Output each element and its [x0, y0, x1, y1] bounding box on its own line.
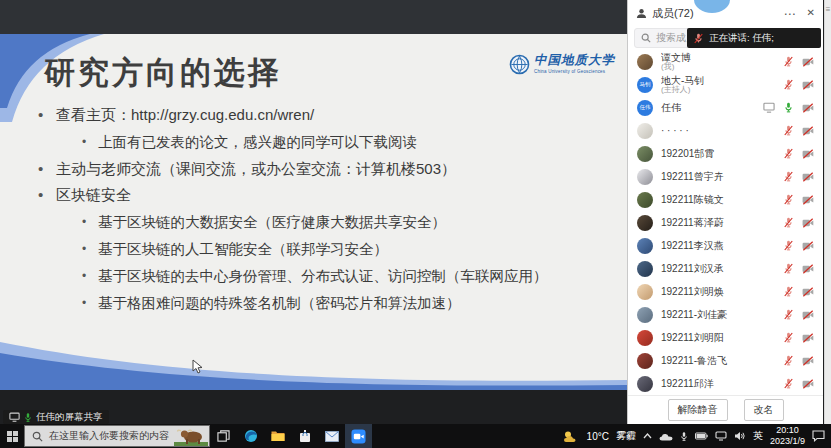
windows-start-icon[interactable] — [0, 424, 24, 448]
avatar — [637, 376, 653, 392]
slide-bullet: • 查看主页：http://grzy.cug.edu.cn/wren/ — [38, 102, 613, 129]
member-status-icons — [784, 332, 814, 343]
weather-icon[interactable] — [563, 430, 580, 443]
mail-icon[interactable] — [318, 424, 345, 448]
member-row[interactable]: 任伟 任伟 — [628, 96, 823, 119]
member-name: 192211刘明焕 — [661, 286, 724, 297]
member-name: 地大-马钊 — [661, 75, 704, 86]
member-role: (主持人) — [661, 86, 784, 95]
muted-mic-icon — [784, 148, 793, 159]
camera-off-icon — [802, 172, 814, 182]
member-status-icons — [784, 56, 814, 67]
onedrive-icon[interactable] — [659, 432, 673, 441]
docked-panel-edge[interactable]: ≡ — [824, 0, 831, 424]
slide-bullet: • 上面有已发表的论文，感兴趣的同学可以下载阅读 — [38, 129, 613, 156]
share-banner-label: 任伟的屏幕共享 — [36, 411, 103, 424]
member-status-icons — [784, 194, 814, 205]
muted-mic-icon — [784, 171, 793, 182]
slide-bottom-wave — [0, 332, 627, 390]
members-icon — [636, 8, 647, 19]
bull-picture — [174, 426, 208, 446]
mouse-cursor — [192, 359, 203, 374]
member-role: (我) — [661, 63, 784, 72]
avatar — [637, 169, 653, 185]
member-row[interactable]: 192211曾宇卉 — [628, 165, 823, 188]
member-row[interactable]: 192211刘汉承 — [628, 257, 823, 280]
speaking-toast-text: 正在讲话: 任伟; — [709, 32, 774, 45]
taskbar-search-icon — [32, 431, 43, 442]
store-icon[interactable] — [291, 424, 318, 448]
member-row[interactable]: 192211邱洋 — [628, 372, 823, 395]
member-row[interactable]: 192211-鲁浩飞 — [628, 349, 823, 372]
member-row[interactable]: 192211蒋泽蔚 — [628, 211, 823, 234]
input-language[interactable]: 英 — [753, 429, 763, 443]
task-view-icon[interactable] — [210, 424, 237, 448]
avatar — [637, 284, 653, 300]
avatar — [637, 238, 653, 254]
bullet-text: 查看主页：http://grzy.cug.edu.cn/wren/ — [56, 102, 314, 129]
member-status-icons — [784, 286, 814, 297]
member-status-icons — [784, 309, 814, 320]
weather-temp[interactable]: 10°C — [587, 431, 609, 442]
avatar — [637, 123, 653, 139]
network-icon[interactable] — [715, 431, 727, 441]
more-options-icon[interactable]: ⋯ — [784, 7, 797, 21]
member-row[interactable]: 谭文博 (我) — [628, 50, 823, 73]
bullet-text: 基于区块链的大数据安全（医疗健康大数据共享安全） — [98, 209, 446, 236]
notification-icon[interactable] — [812, 430, 825, 442]
active-mic-icon — [784, 102, 793, 113]
bullet-dot: • — [82, 209, 98, 236]
speaking-toast: 正在讲话: 任伟; — [687, 28, 821, 48]
volume-icon[interactable] — [734, 431, 746, 441]
member-status-icons — [784, 240, 814, 251]
slide-bullet: • 区块链安全 — [38, 182, 613, 209]
member-row[interactable]: 192211陈镜文 — [628, 188, 823, 211]
muted-mic-icon — [784, 263, 793, 274]
rename-button[interactable]: 改名 — [744, 399, 784, 421]
member-status-icons — [763, 102, 814, 113]
weather-condition[interactable]: 雾霾 — [616, 429, 636, 443]
member-name: 192211陈镜文 — [661, 194, 724, 205]
tray-expand-icon[interactable] — [643, 433, 652, 439]
member-row[interactable]: 192201郜霄 — [628, 142, 823, 165]
member-row[interactable]: 192211刘明焕 — [628, 280, 823, 303]
camera-off-icon — [802, 310, 814, 320]
camera-off-icon — [802, 264, 814, 274]
member-row[interactable]: 192211-刘佳豪 — [628, 303, 823, 326]
panel-handle-icon[interactable]: ≡ — [825, 5, 831, 14]
panel-footer: 解除静音 改名 — [628, 395, 823, 424]
close-icon[interactable]: ✕ — [807, 7, 815, 21]
member-row[interactable]: 192211刘明阳 — [628, 326, 823, 349]
unmute-button[interactable]: 解除静音 — [668, 399, 728, 421]
bullet-dot: • — [38, 102, 56, 129]
camera-off-icon — [802, 356, 814, 366]
battery-icon[interactable] — [695, 432, 708, 440]
tray-mic-icon[interactable] — [680, 431, 688, 442]
meeting-app-icon[interactable] — [345, 424, 372, 448]
member-status-icons — [784, 171, 814, 182]
camera-off-icon — [802, 149, 814, 159]
muted-mic-icon — [784, 217, 793, 228]
bullet-text: 区块链安全 — [56, 182, 131, 209]
slide-bullet: • 基于区块链的去中心身份管理、分布式认证、访问控制（车联网应用） — [38, 263, 613, 290]
camera-off-icon — [802, 80, 814, 90]
muted-mic-icon — [784, 309, 793, 320]
avatar — [637, 330, 653, 346]
bullet-dot: • — [82, 129, 98, 156]
bullet-dot: • — [82, 236, 98, 263]
member-name: 192211-鲁浩飞 — [661, 355, 727, 366]
muted-mic-icon — [784, 125, 793, 136]
file-explorer-icon[interactable] — [264, 424, 291, 448]
camera-off-icon — [802, 333, 814, 343]
university-name-cn: 中国地质大学 — [534, 54, 615, 67]
member-row[interactable]: 马钊 地大-马钊 (主持人) — [628, 73, 823, 96]
university-name-en: China University of Geosciences — [534, 69, 615, 74]
member-row[interactable]: 192211李汉燕 — [628, 234, 823, 257]
camera-off-icon — [802, 218, 814, 228]
member-row[interactable]: · · · · · — [628, 119, 823, 142]
members-panel: 成员(72) ⋯ ✕ 搜索成员 正在讲话: 任伟; 谭文博 (我) 马钊 地大-… — [627, 0, 823, 424]
taskbar-search-input[interactable]: 在这里输入你要搜索的内容 — [24, 425, 210, 447]
camera-off-icon — [802, 57, 814, 67]
edge-icon[interactable] — [237, 424, 264, 448]
clock[interactable]: 20:10 2023/1/9 — [770, 425, 805, 448]
